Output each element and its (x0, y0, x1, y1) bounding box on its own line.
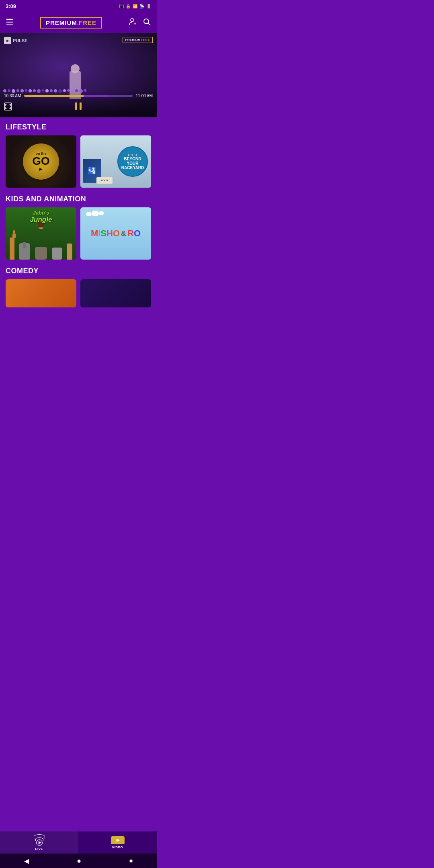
card-on-the-go[interactable]: on the GO ▶ (6, 135, 76, 188)
logo-premium-text: PREMIUM (46, 19, 77, 26)
rhino-shape (52, 248, 62, 260)
watermark-free: .FREE (140, 38, 150, 42)
r-letter: R (127, 229, 134, 238)
card-beyond-backyard[interactable]: 🛂 TICKET ★ ★ ★ BEYONDYOURBACKYARD (80, 135, 151, 188)
go-text-go: GO (32, 156, 50, 167)
video-controls: 10:30 AM 11:00 AM (0, 91, 157, 117)
nav-right-icons (129, 17, 151, 28)
beyond-badge: ★ ★ ★ BEYONDYOURBACKYARD (117, 146, 148, 177)
status-icons: 📳 🔒 📶 📡 🔋 (119, 4, 151, 8)
premium-free-watermark: PREMIUM .FREE (123, 37, 153, 43)
hippo-shape (35, 247, 47, 260)
progress-track[interactable] (24, 95, 132, 97)
progress-played (24, 95, 84, 97)
o2-letter: O (134, 229, 141, 238)
giraffe-shape (10, 237, 14, 260)
card-comedy-2[interactable] (80, 279, 151, 307)
card-comedy-1[interactable] (6, 279, 76, 307)
logo-free-text: FREE (79, 19, 96, 26)
go-play-icon: ▶ (39, 167, 43, 171)
s-letter: S (100, 229, 106, 238)
o-letter: O (113, 229, 120, 238)
signal-icon: 📡 (139, 4, 144, 8)
jungle-animals (6, 227, 76, 260)
beyond-title-text: BEYONDYOURBACKYARD (121, 157, 144, 170)
time-bar-row: 10:30 AM 11:00 AM (4, 94, 153, 98)
notification-icon: 📳 (119, 4, 124, 8)
svg-point-3 (144, 19, 149, 24)
time-end: 11:00 AM (136, 94, 153, 98)
status-time: 3:09 (6, 3, 16, 9)
status-bar: 3:09 📳 🔒 📶 📡 🔋 (0, 0, 157, 12)
misho-title-group: M I S H O & R O (88, 226, 144, 241)
battery-icon: 🔋 (146, 4, 151, 8)
svg-rect-6 (75, 102, 77, 110)
svg-point-0 (131, 18, 134, 22)
kids-animation-section: KIDS AND ANIMATION Jabu's Jungle (0, 189, 157, 261)
lifestyle-section: LIFESTYLE on the GO ▶ 🛂 TICKET ★ ★ ★ BEY… (0, 117, 157, 189)
pulse-icon (4, 37, 11, 44)
svg-rect-7 (80, 102, 82, 110)
menu-icon[interactable]: ☰ (6, 17, 14, 28)
card-misho-ro[interactable]: M I S H O & R O (80, 207, 151, 260)
cloud-decoration (86, 212, 104, 216)
svg-line-4 (148, 23, 151, 25)
wifi-icon: 📶 (133, 4, 137, 8)
beyond-stars: ★ ★ ★ (127, 154, 138, 157)
pulse-label: PULSE (13, 38, 28, 43)
comedy-section: COMEDY (0, 261, 157, 309)
ticket-image: TICKET (96, 177, 113, 184)
ampersand: & (121, 230, 126, 237)
comedy-title: COMEDY (6, 267, 151, 275)
time-start: 10:30 AM (4, 94, 21, 98)
kids-cards: Jabu's Jungle (6, 207, 151, 260)
video-player[interactable]: PULSE PREMIUM .FREE 10:30 AM 11:00 AM (0, 33, 157, 117)
vpn-icon: 🔒 (126, 4, 131, 8)
deer-shape (67, 244, 72, 260)
pulse-watermark: PULSE (4, 37, 28, 44)
go-badge: on the GO ▶ (23, 143, 59, 180)
lifestyle-cards: on the GO ▶ 🛂 TICKET ★ ★ ★ BEYONDYOURBAC… (6, 135, 151, 188)
player-controls-row (4, 100, 153, 114)
h-letter: H (106, 229, 113, 238)
comedy-cards (6, 279, 151, 307)
m-letter: M (91, 229, 98, 238)
jabu-line1: Jabu's (6, 210, 76, 216)
jabu-title: Jabu's Jungle (6, 210, 76, 224)
kids-animation-title: KIDS AND ANIMATION (6, 195, 151, 203)
fullscreen-button[interactable] (4, 102, 12, 112)
top-nav: ☰ PREMIUM . FREE (0, 12, 157, 33)
jabu-line2: Jungle (6, 216, 76, 224)
watermark-premium: PREMIUM (125, 38, 141, 42)
lifestyle-title: LIFESTYLE (6, 123, 151, 131)
logo[interactable]: PREMIUM . FREE (40, 17, 102, 29)
pause-button[interactable] (73, 100, 84, 114)
add-user-icon[interactable] (129, 17, 137, 28)
progress-buffered (84, 95, 107, 97)
elephant-shape (19, 243, 30, 260)
search-icon[interactable] (142, 17, 151, 28)
card-jabus-jungle[interactable]: Jabu's Jungle (6, 207, 76, 260)
